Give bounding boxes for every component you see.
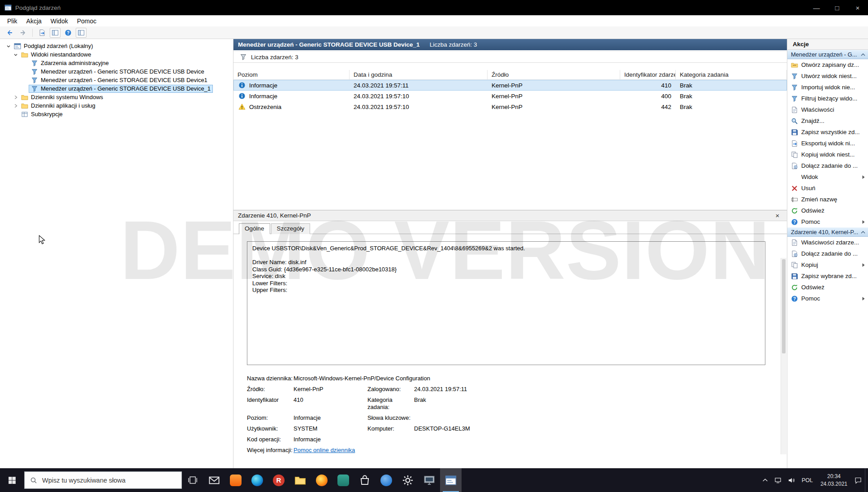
show-desktop-button[interactable] xyxy=(865,468,868,492)
action-section-header-view[interactable]: Menedżer urządzeń - G... xyxy=(787,50,868,59)
taskbar-app-teal[interactable] xyxy=(333,468,354,492)
action-event-help-submenu[interactable]: Pomoc xyxy=(787,293,868,304)
column-header-category[interactable]: Kategoria zadania xyxy=(676,70,787,79)
menu-widok[interactable]: Widok xyxy=(46,16,73,26)
column-header-level[interactable]: Poziom xyxy=(233,70,350,79)
taskbar-search[interactable]: Wpisz tu wyszukiwane słowa xyxy=(24,471,182,489)
event-row-400[interactable]: Informacje 24.03.2021 19:57:10 Kernel-Pn… xyxy=(233,91,787,101)
action-save-all-events[interactable]: Zapisz wszystkie zd... xyxy=(787,126,868,138)
action-section-label: Menedżer urządzeń - G... xyxy=(791,51,857,58)
tree-item-app-service-logs[interactable]: Dzienniki aplikacji i usług xyxy=(0,101,233,110)
field-keywords-value xyxy=(414,414,773,422)
action-create-custom-view[interactable]: Utwórz widok niest... xyxy=(787,70,868,82)
minimize-button[interactable]: — xyxy=(806,0,827,15)
tree-item-root[interactable]: Podgląd zdarzeń (Lokalny) xyxy=(0,42,233,50)
column-header-event-id[interactable]: Identyfikator zdarzenia xyxy=(620,70,676,79)
tab-szczegoly[interactable]: Szczegóły xyxy=(271,223,311,234)
action-rename[interactable]: Zmień nazwę xyxy=(787,194,868,205)
tree-item-device-manager-view-1[interactable]: Menedżer urządzeń - Generic STORAGE DEVI… xyxy=(0,67,233,76)
detail-titlebar[interactable]: Zdarzenie 410, Kernel-PnP × xyxy=(233,210,787,221)
taskbar-app-r[interactable]: R xyxy=(268,468,289,492)
action-import-custom-view[interactable]: Importuj widok nie... xyxy=(787,82,868,93)
action-event-copy-submenu[interactable]: Kopiuj xyxy=(787,259,868,270)
action-event-attach-task[interactable]: Dołącz zadanie do ... xyxy=(787,248,868,259)
forward-button[interactable] xyxy=(17,28,28,38)
action-properties[interactable]: Właściwości xyxy=(787,104,868,115)
subscriptions-icon xyxy=(21,111,28,118)
taskbar-app-orange[interactable] xyxy=(225,468,246,492)
taskbar-clock[interactable]: 20:34 24.03.2021 xyxy=(816,473,851,487)
event-row-410[interactable]: Informacje 24.03.2021 19:57:11 Kernel-Pn… xyxy=(233,80,787,91)
export-icon xyxy=(791,140,798,147)
tray-network-button[interactable] xyxy=(771,468,785,492)
taskbar-app-explorer[interactable] xyxy=(289,468,311,492)
column-header-source[interactable]: Źródło xyxy=(488,70,620,79)
detail-close-button[interactable]: × xyxy=(773,212,782,219)
window-titlebar[interactable]: Podgląd zdarzeń — □ × xyxy=(0,0,868,15)
show-console-tree-button[interactable] xyxy=(50,28,60,38)
detail-scrollbar[interactable] xyxy=(781,258,786,454)
scrollbar-thumb[interactable] xyxy=(782,259,786,353)
action-copy-custom-view[interactable]: Kopiuj widok niest... xyxy=(787,149,868,160)
action-open-saved-log[interactable]: Otwórz zapisany dz... xyxy=(787,59,868,70)
tray-overflow-button[interactable] xyxy=(759,468,771,492)
menu-pomoc[interactable]: Pomoc xyxy=(73,16,101,26)
tree-item-windows-logs[interactable]: Dzienniki systemu Windows xyxy=(0,93,233,101)
collapse-icon[interactable] xyxy=(861,53,865,56)
filter-bar: Liczba zdarzeń: 3 xyxy=(233,51,787,63)
event-viewer-app-icon xyxy=(4,4,12,11)
event-id: 400 xyxy=(620,93,676,100)
taskbar-app-firefox[interactable] xyxy=(311,468,333,492)
start-button[interactable] xyxy=(0,468,24,492)
taskbar-app-blue[interactable] xyxy=(376,468,397,492)
column-header-datetime[interactable]: Data i godzina xyxy=(350,70,488,79)
tree-item-administrative-events[interactable]: Zdarzenia administracyjne xyxy=(0,59,233,67)
action-event-save-selected[interactable]: Zapisz wybrane zd... xyxy=(787,270,868,282)
action-attach-task[interactable]: Dołącz zadanie do ... xyxy=(787,160,868,171)
tree-item-custom-views[interactable]: Widoki niestandardowe xyxy=(0,50,233,59)
tray-language-button[interactable]: POL xyxy=(798,477,816,483)
taskbar-app-store[interactable] xyxy=(354,468,376,492)
help-button[interactable] xyxy=(63,28,73,38)
close-button[interactable]: × xyxy=(847,0,868,15)
tab-ogolne[interactable]: Ogólne xyxy=(239,223,270,234)
action-center-button[interactable] xyxy=(851,468,865,492)
more-info-link[interactable]: Pomoc online dziennika xyxy=(294,447,355,453)
maximize-button[interactable]: □ xyxy=(827,0,847,15)
delete-icon xyxy=(791,185,798,192)
tree-item-device-manager-view-3-selected[interactable]: Menedżer urządzeń - Generic STORAGE DEVI… xyxy=(0,84,233,93)
action-label: Importuj widok nie... xyxy=(801,84,855,91)
action-section-header-event[interactable]: Zdarzenie 410, Kernel-P... xyxy=(787,227,868,237)
taskbar-app-mail[interactable] xyxy=(203,468,225,492)
detail-title: Zdarzenie 410, Kernel-PnP xyxy=(238,212,311,219)
action-event-properties[interactable]: Właściwości zdarze... xyxy=(787,237,868,248)
action-delete[interactable]: Usuń xyxy=(787,183,868,194)
action-event-refresh[interactable]: Odśwież xyxy=(787,282,868,293)
collapse-icon[interactable] xyxy=(861,231,865,234)
folder-icon xyxy=(21,51,28,58)
tree-item-device-manager-view-2[interactable]: Menedżer urządzeń - Generic STORAGE DEVI… xyxy=(0,76,233,84)
menu-plik[interactable]: Plik xyxy=(3,16,22,26)
event-row-442[interactable]: Ostrzeżenia 24.03.2021 19:57:10 Kernel-P… xyxy=(233,101,787,112)
export-list-button[interactable] xyxy=(37,28,48,38)
task-view-button[interactable] xyxy=(182,468,203,492)
event-description[interactable]: Device USBSTOR\Disk&Ven_Generic&Prod_STO… xyxy=(247,241,765,365)
show-action-pane-button[interactable] xyxy=(76,28,86,38)
tray-volume-button[interactable] xyxy=(785,468,798,492)
taskbar-app-settings[interactable] xyxy=(397,468,419,492)
help-icon xyxy=(791,295,798,302)
tree-item-subscriptions[interactable]: Subskrypcje xyxy=(0,110,233,118)
help-icon xyxy=(791,218,798,226)
taskbar-app-edge[interactable] xyxy=(246,468,268,492)
action-view-submenu[interactable]: Widok xyxy=(787,171,868,183)
taskbar-app-vm[interactable] xyxy=(419,468,440,492)
action-export-custom-view[interactable]: Eksportuj widok ni... xyxy=(787,138,868,149)
menu-akcja[interactable]: Akcja xyxy=(22,16,46,26)
taskbar-app-event-viewer[interactable] xyxy=(440,468,462,492)
funnel-icon xyxy=(31,60,38,67)
action-refresh[interactable]: Odśwież xyxy=(787,205,868,216)
action-filter-current-view[interactable]: Filtruj bieżący wido... xyxy=(787,93,868,104)
action-find[interactable]: Znajdź... xyxy=(787,115,868,126)
back-button[interactable] xyxy=(4,28,15,38)
action-help-submenu[interactable]: Pomoc xyxy=(787,216,868,227)
